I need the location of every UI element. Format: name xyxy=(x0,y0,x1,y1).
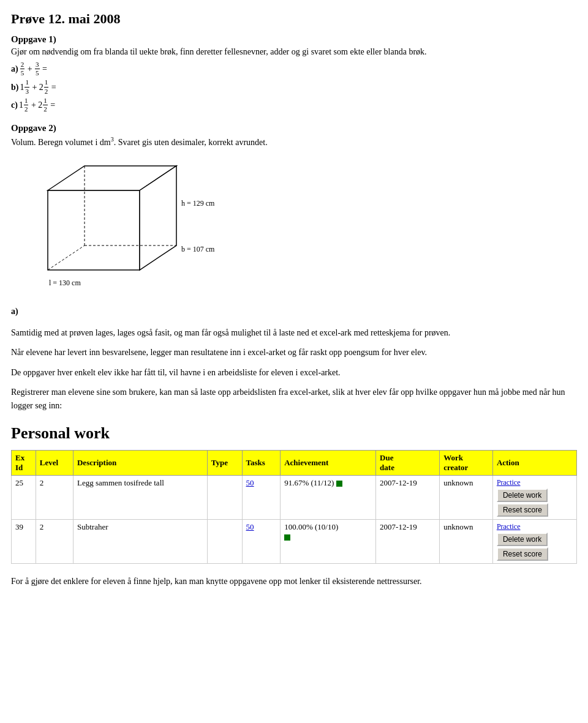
math-block: a) 25 + 35 = b) 1 13 + 2 12 = c) 1 12 + … xyxy=(11,61,577,113)
table-row: 39 2 Subtraher 50 100.00% (10/10) 2007-1… xyxy=(12,519,577,563)
practice-link-2[interactable]: Practice xyxy=(497,522,521,531)
cell-tasks-1: 50 xyxy=(242,475,281,519)
cell-work-creator-1: unknown xyxy=(440,475,493,519)
part-c-label: c) xyxy=(11,97,18,113)
col-action: Action xyxy=(492,450,576,475)
cell-description-2: Subtraher xyxy=(73,519,207,563)
tasks-link-2[interactable]: 50 xyxy=(246,522,254,531)
equals-c: = xyxy=(48,97,55,113)
table-header: ExId Level Description Type Tasks Achiev… xyxy=(12,450,577,475)
frac-1-2-b: 12 xyxy=(44,78,49,95)
body-para-1: Samtidig med at prøven lages, lages også… xyxy=(11,326,577,340)
personal-work-table: ExId Level Description Type Tasks Achiev… xyxy=(11,450,577,564)
equals-b: = xyxy=(49,80,56,95)
col-level: Level xyxy=(36,450,73,475)
part-b-label: b) xyxy=(11,80,18,95)
oppgave2-section: Oppgave 2) Volum. Beregn volumet i dm3. … xyxy=(11,123,577,317)
b-label: b = 107 cm xyxy=(181,245,215,253)
cell-level-2: 2 xyxy=(36,519,73,563)
math-line-c: c) 1 12 + 2 12 = xyxy=(11,97,577,113)
frac-3-5: 35 xyxy=(34,61,40,77)
volume-instruction: Volum. Beregn volumet i dm3. Svaret gis … xyxy=(11,136,577,148)
box-svg: h = 129 cm b = 107 cm l = 130 cm xyxy=(23,154,232,301)
col-description: Description xyxy=(73,450,207,475)
mixed-c1: 1 xyxy=(19,97,23,113)
cell-level-1: 2 xyxy=(36,475,73,519)
cell-ex-id-1: 25 xyxy=(12,475,36,519)
cell-work-creator-2: unknown xyxy=(440,519,493,563)
action-cell-2: Practice Delete work Reset score xyxy=(497,522,573,561)
green-indicator-1 xyxy=(336,481,342,487)
page-title: Prøve 12. mai 2008 xyxy=(11,11,577,27)
mixed-b1: 1 xyxy=(20,80,24,95)
plus-c: + 2 xyxy=(29,97,42,113)
oppgave1-heading: Oppgave 1) xyxy=(11,34,577,45)
equals-a: = xyxy=(40,61,47,77)
col-due-date: Duedate xyxy=(376,450,440,475)
cell-achievement-2: 100.00% (10/10) xyxy=(281,519,376,563)
delete-work-button-2[interactable]: Delete work xyxy=(497,533,548,546)
action-cell-1: Practice Delete work Reset score xyxy=(497,478,573,517)
green-indicator-2 xyxy=(284,534,290,541)
reset-score-button-1[interactable]: Reset score xyxy=(497,503,548,517)
cell-ex-id-2: 39 xyxy=(12,519,36,563)
h-label: h = 129 cm xyxy=(181,199,215,208)
table-body: 25 2 Legg sammen tosifrede tall 50 91.67… xyxy=(12,475,577,563)
part-a-label: a) xyxy=(11,61,18,77)
plus-sign: + xyxy=(25,61,34,77)
practice-link-1[interactable]: Practice xyxy=(497,478,521,487)
personal-work-heading: Personal work xyxy=(11,424,577,443)
col-achievement: Achievement xyxy=(281,450,376,475)
math-line-b: b) 1 13 + 2 12 = xyxy=(11,78,577,95)
col-ex-id: ExId xyxy=(12,450,36,475)
cell-action-2: Practice Delete work Reset score xyxy=(492,519,576,563)
col-tasks: Tasks xyxy=(242,450,281,475)
frac-1-2-c2: 12 xyxy=(43,97,48,113)
plus-b: + 2 xyxy=(30,80,43,95)
oppgave1-instruction: Gjør om nødvendig om fra blanda til uekt… xyxy=(11,47,577,57)
oppgave2-heading: Oppgave 2) xyxy=(11,123,577,133)
math-line-a: a) 25 + 35 = xyxy=(11,61,577,77)
cell-due-date-2: 2007-12-19 xyxy=(376,519,440,563)
cell-due-date-1: 2007-12-19 xyxy=(376,475,440,519)
table-header-row: ExId Level Description Type Tasks Achiev… xyxy=(12,450,577,475)
frac-1-2-c1: 12 xyxy=(24,97,29,113)
body-para-3: De oppgaver hver enkelt elev ikke har få… xyxy=(11,366,577,380)
cell-achievement-1: 91.67% (11/12) xyxy=(281,475,376,519)
svg-marker-0 xyxy=(48,190,140,270)
frac-1-3: 13 xyxy=(24,78,29,95)
cell-description-1: Legg sammen tosifrede tall xyxy=(73,475,207,519)
cell-type-2 xyxy=(207,519,242,563)
reset-score-button-2[interactable]: Reset score xyxy=(497,547,548,561)
cell-action-1: Practice Delete work Reset score xyxy=(492,475,576,519)
body-para-2: Når elevene har levert inn besvarelsene,… xyxy=(11,346,577,359)
frac-2-5: 25 xyxy=(20,61,26,77)
box-diagram: h = 129 cm b = 107 cm l = 130 cm xyxy=(23,154,232,301)
tasks-link-1[interactable]: 50 xyxy=(246,478,254,487)
footer-text: For å gjøre det enklere for eleven å fin… xyxy=(11,575,577,588)
body-para-4: Registrerer man elevene sine som brukere… xyxy=(11,386,577,413)
delete-work-button-1[interactable]: Delete work xyxy=(497,489,548,502)
body-text-section: Samtidig med at prøven lages, lages også… xyxy=(11,326,577,413)
col-type: Type xyxy=(207,450,242,475)
l-label: l = 130 cm xyxy=(49,279,81,287)
table-row: 25 2 Legg sammen tosifrede tall 50 91.67… xyxy=(12,475,577,519)
cell-type-1 xyxy=(207,475,242,519)
part-a-diagram-label: a) xyxy=(11,307,577,317)
oppgave1-section: Oppgave 1) Gjør om nødvendig om fra blan… xyxy=(11,34,577,113)
col-work-creator: Workcreator xyxy=(440,450,493,475)
cell-tasks-2: 50 xyxy=(242,519,281,563)
